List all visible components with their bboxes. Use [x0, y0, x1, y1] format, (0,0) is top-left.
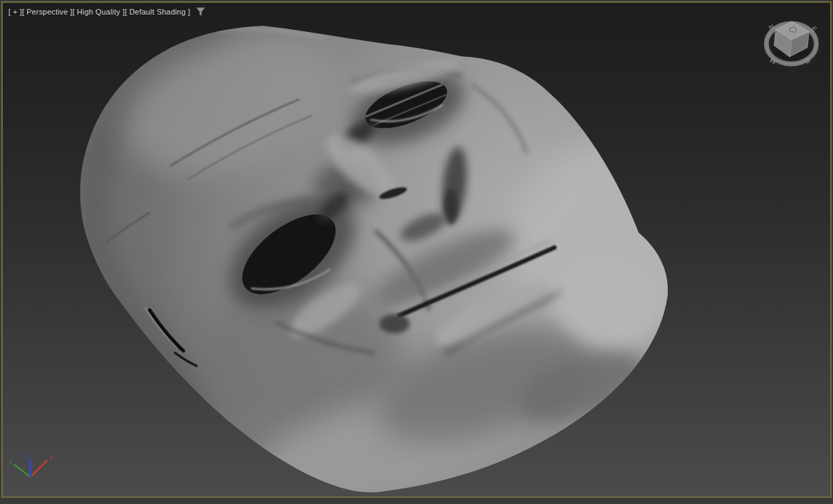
- viewport-menu-shading[interactable]: [ Default Shading ]: [125, 8, 190, 16]
- viewport-menu-pov[interactable]: [ Perspective ]: [22, 8, 73, 16]
- world-axis-gizmo: y x z: [6, 448, 64, 491]
- axis-y-label: y: [9, 457, 12, 464]
- viewport-menu-general[interactable]: [ + ]: [8, 8, 22, 16]
- viewport-label-bar: [ + ][ Perspective ][ High Quality ][ De…: [8, 6, 205, 17]
- filter-funnel-icon[interactable]: [196, 7, 205, 17]
- axis-x-line: [31, 460, 47, 477]
- viewcube[interactable]: N E S W: [758, 12, 827, 76]
- perspective-viewport[interactable]: [ + ][ Perspective ][ High Quality ][ De…: [1, 1, 832, 498]
- axis-x-label: x: [49, 453, 53, 460]
- axis-z-line: [30, 459, 31, 477]
- face-mask-model[interactable]: [80, 10, 702, 496]
- viewport-menu-quality[interactable]: [ High Quality ]: [72, 8, 124, 16]
- viewport-3d-canvas[interactable]: [3, 3, 830, 496]
- axis-z-label: z: [24, 452, 28, 459]
- axis-y-line: [14, 464, 31, 477]
